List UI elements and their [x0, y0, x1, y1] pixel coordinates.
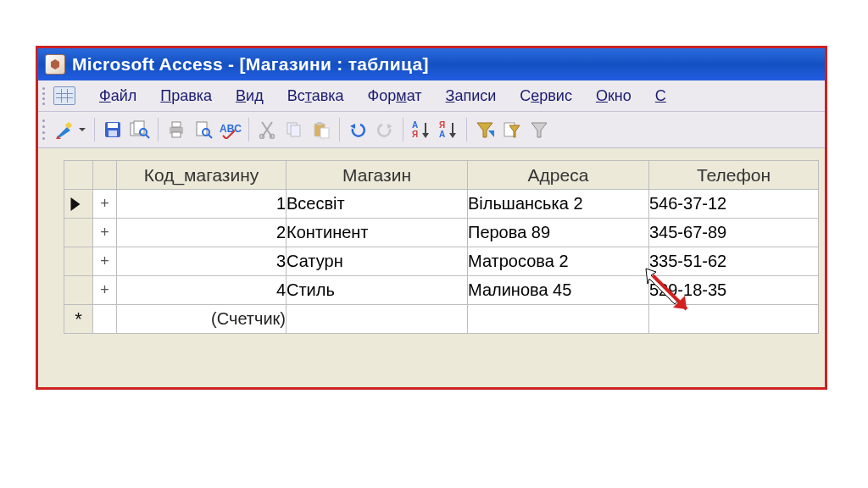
- svg-marker-33: [477, 123, 492, 137]
- menu-записи[interactable]: Записи: [434, 87, 509, 105]
- row-selector[interactable]: [64, 219, 93, 247]
- print-button[interactable]: [164, 116, 189, 143]
- design-view-button[interactable]: [52, 116, 89, 143]
- row-selector[interactable]: [64, 190, 93, 219]
- undo-button[interactable]: [345, 116, 370, 143]
- svg-text:Я: Я: [439, 120, 445, 130]
- svg-rect-11: [172, 132, 181, 137]
- svg-marker-23: [350, 124, 355, 129]
- expand-icon[interactable]: +: [93, 190, 117, 219]
- svg-rect-10: [172, 122, 181, 127]
- select-all-cell[interactable]: [64, 161, 93, 190]
- filter-toggle-button[interactable]: [526, 116, 552, 143]
- cell-name[interactable]: Сатурн: [287, 247, 468, 276]
- svg-rect-22: [317, 122, 322, 125]
- menubar: ФайлПравкаВидВставкаФорматЗаписиСервисОк…: [38, 80, 825, 112]
- copy-button[interactable]: [281, 116, 307, 143]
- print-preview-button[interactable]: [191, 116, 216, 143]
- menu-формат[interactable]: Формат: [356, 87, 434, 105]
- svg-rect-21: [320, 128, 329, 138]
- table-row[interactable]: +4СтильМалинова 45529-18-35: [64, 276, 819, 305]
- menu-с[interactable]: С: [643, 87, 678, 105]
- cell-addr[interactable]: Вільшанська 2: [468, 190, 649, 219]
- cell-empty[interactable]: [468, 305, 649, 334]
- svg-rect-4: [108, 130, 117, 136]
- cell-empty[interactable]: [287, 305, 468, 334]
- titlebar: Microsoft Access - [Магазини : таблица]: [38, 48, 825, 80]
- menu-сервис[interactable]: Сервис: [508, 87, 584, 105]
- table-row-new[interactable]: *(Счетчик): [64, 305, 819, 334]
- svg-text:ABC: ABC: [220, 123, 242, 135]
- toolbar: ABC: [38, 112, 825, 148]
- datasheet-icon[interactable]: [53, 86, 75, 105]
- menu-правка[interactable]: Правка: [148, 87, 224, 105]
- table-row[interactable]: +1ВсесвітВільшанська 2546-37-12: [64, 190, 819, 219]
- file-search-button[interactable]: [127, 116, 153, 143]
- svg-text:Я: Я: [412, 130, 418, 139]
- expand-icon[interactable]: +: [93, 219, 117, 247]
- cell-phone[interactable]: 546-37-12: [649, 190, 819, 219]
- cell-empty[interactable]: [649, 305, 819, 334]
- svg-marker-34: [488, 130, 494, 137]
- new-row-selector[interactable]: *: [64, 305, 93, 334]
- sort-asc-button[interactable]: АЯ: [409, 116, 434, 143]
- cell-phone[interactable]: 345-67-89: [649, 219, 819, 247]
- svg-line-8: [146, 135, 149, 138]
- svg-marker-28: [422, 133, 429, 138]
- menu-окно[interactable]: Окно: [584, 87, 643, 105]
- menu-вид[interactable]: Вид: [224, 87, 275, 105]
- cell-id[interactable]: 2: [117, 219, 287, 247]
- column-header-id[interactable]: Код_магазину: [117, 161, 287, 190]
- cell-id[interactable]: 3: [117, 247, 287, 276]
- redo-button[interactable]: [372, 116, 398, 143]
- window-title: Microsoft Access - [Магазини : таблица]: [72, 54, 429, 75]
- access-app-icon: [45, 54, 65, 75]
- svg-line-14: [209, 135, 212, 138]
- toolbar-grip-icon[interactable]: [40, 115, 48, 144]
- svg-marker-32: [449, 133, 456, 138]
- table-row[interactable]: +3СатурнМатросова 2335-51-62: [64, 247, 819, 276]
- data-table[interactable]: Код_магазину Магазин Адреса Телефон +1Вс…: [64, 160, 819, 334]
- svg-rect-6: [134, 121, 144, 134]
- row-selector[interactable]: [64, 247, 93, 276]
- svg-text:А: А: [412, 120, 418, 130]
- column-header-phone[interactable]: Телефон: [649, 161, 819, 190]
- svg-text:А: А: [439, 130, 445, 139]
- cell-addr[interactable]: Матросова 2: [468, 247, 649, 276]
- datasheet-area: Код_магазину Магазин Адреса Телефон +1Вс…: [38, 148, 825, 387]
- save-button[interactable]: [100, 116, 125, 143]
- column-header-addr[interactable]: Адреса: [468, 161, 649, 190]
- cell-addr[interactable]: Малинова 45: [468, 276, 649, 305]
- spellcheck-button[interactable]: ABC: [218, 116, 243, 143]
- column-header-name[interactable]: Магазин: [287, 161, 468, 190]
- expand-icon[interactable]: +: [93, 276, 117, 305]
- expand-icon: [93, 305, 117, 334]
- cell-id[interactable]: 1: [117, 190, 287, 219]
- cell-phone[interactable]: 529-18-35: [649, 276, 819, 305]
- menubar-grip-icon[interactable]: [40, 82, 48, 109]
- expand-icon[interactable]: +: [93, 247, 117, 276]
- cell-name[interactable]: Стиль: [287, 276, 468, 305]
- cell-addr[interactable]: Перова 89: [468, 219, 649, 247]
- cell-id[interactable]: 4: [117, 276, 287, 305]
- paste-button[interactable]: [309, 116, 334, 143]
- cell-counter[interactable]: (Счетчик): [117, 305, 287, 334]
- cut-button[interactable]: [254, 116, 280, 143]
- svg-rect-19: [291, 125, 300, 136]
- sort-desc-button[interactable]: ЯА: [436, 116, 461, 143]
- menu-вставка[interactable]: Вставка: [275, 87, 356, 105]
- menu-файл[interactable]: Файл: [87, 87, 148, 105]
- expand-header: [93, 161, 117, 190]
- svg-marker-24: [387, 124, 392, 129]
- cell-name[interactable]: Всесвіт: [287, 190, 468, 219]
- svg-marker-37: [531, 123, 547, 137]
- filter-form-button[interactable]: [499, 116, 525, 143]
- filter-selection-button[interactable]: [472, 116, 498, 143]
- cell-name[interactable]: Континент: [287, 219, 468, 247]
- table-row[interactable]: +2КонтинентПерова 89345-67-89: [64, 219, 819, 247]
- row-selector[interactable]: [64, 276, 93, 305]
- cell-phone[interactable]: 335-51-62: [649, 247, 819, 276]
- svg-rect-3: [108, 123, 118, 128]
